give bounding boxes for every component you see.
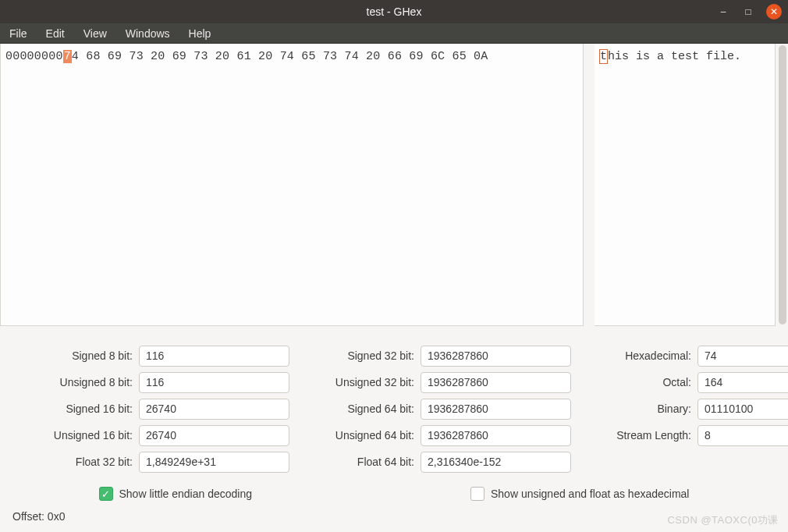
workarea: 0000000074 68 69 73 20 69 73 20 61 20 74…: [0, 44, 788, 326]
input-u32[interactable]: [421, 372, 571, 393]
maximize-button[interactable]: □: [741, 5, 755, 19]
menu-windows[interactable]: Windows: [116, 23, 179, 43]
label-s64: Signed 64 bit:: [305, 403, 421, 415]
input-f64[interactable]: [421, 452, 571, 473]
check-icon: [470, 487, 485, 501]
minimize-button[interactable]: –: [716, 5, 730, 19]
menu-edit[interactable]: Edit: [37, 23, 74, 43]
statusbar-offset: Offset: 0x0: [12, 510, 65, 523]
decode-panel: Signed 8 bit: Unsigned 8 bit: Signed 16 …: [0, 326, 788, 473]
input-s8[interactable]: [139, 346, 289, 367]
window-controls: – □ ✕: [716, 4, 782, 20]
menu-view[interactable]: View: [74, 23, 116, 43]
input-oct[interactable]: [697, 372, 788, 393]
input-f32[interactable]: [139, 452, 289, 473]
label-hex: Hexadecimal:: [587, 349, 697, 362]
label-s8: Signed 8 bit:: [14, 349, 139, 362]
menubar: File Edit View Windows Help: [0, 23, 788, 44]
watermark: CSDN @TAOXC(0功课: [667, 513, 779, 527]
menu-help[interactable]: Help: [179, 23, 221, 43]
checkbox-unsigned-hex[interactable]: Show unsigned and float as hexadecimal: [470, 487, 690, 501]
label-oct: Octal:: [587, 376, 697, 388]
input-s64[interactable]: [421, 399, 571, 420]
checkbox-unsigned-hex-label: Show unsigned and float as hexadecimal: [491, 488, 690, 500]
hex-cursor[interactable]: 7: [63, 50, 72, 63]
ascii-view[interactable]: this is a test file.: [595, 44, 776, 326]
label-u32: Unsigned 32 bit:: [305, 376, 421, 388]
label-u16: Unsigned 16 bit:: [14, 429, 139, 442]
label-u64: Unsigned 64 bit:: [305, 429, 421, 442]
hex-bytes: 4 68 69 73 20 69 73 20 61 20 74 65 73 74…: [72, 50, 488, 63]
input-u64[interactable]: [421, 425, 571, 446]
input-hex[interactable]: [697, 346, 788, 367]
input-s32[interactable]: [421, 346, 571, 367]
label-s32: Signed 32 bit:: [305, 349, 421, 362]
input-u16[interactable]: [139, 425, 289, 446]
input-u8[interactable]: [139, 372, 289, 393]
titlebar: test - GHex – □ ✕: [0, 0, 788, 23]
checkbox-little-endian[interactable]: ✓ Show little endian decoding: [99, 487, 252, 501]
window-title: test - GHex: [367, 5, 422, 18]
label-bin: Binary:: [587, 403, 697, 415]
hex-offset: 00000000: [5, 50, 63, 63]
checkbox-row: ✓ Show little endian decoding Show unsig…: [0, 473, 788, 501]
scrollbar[interactable]: [779, 45, 786, 325]
label-u8: Unsigned 8 bit:: [14, 376, 139, 388]
ascii-cursor[interactable]: t: [599, 49, 608, 64]
ascii-text: his is a test file.: [608, 50, 741, 63]
checkbox-little-endian-label: Show little endian decoding: [119, 488, 252, 500]
close-button[interactable]: ✕: [766, 4, 782, 20]
label-f64: Float 64 bit:: [305, 456, 421, 468]
input-stream-length[interactable]: [697, 425, 788, 446]
label-s16: Signed 16 bit:: [14, 403, 139, 415]
menu-file[interactable]: File: [0, 23, 37, 43]
label-stream: Stream Length:: [587, 429, 697, 442]
check-icon: ✓: [99, 487, 113, 501]
input-s16[interactable]: [139, 399, 289, 420]
hex-view[interactable]: 0000000074 68 69 73 20 69 73 20 61 20 74…: [0, 44, 584, 326]
input-bin[interactable]: [697, 399, 788, 420]
label-f32: Float 32 bit:: [14, 456, 139, 468]
